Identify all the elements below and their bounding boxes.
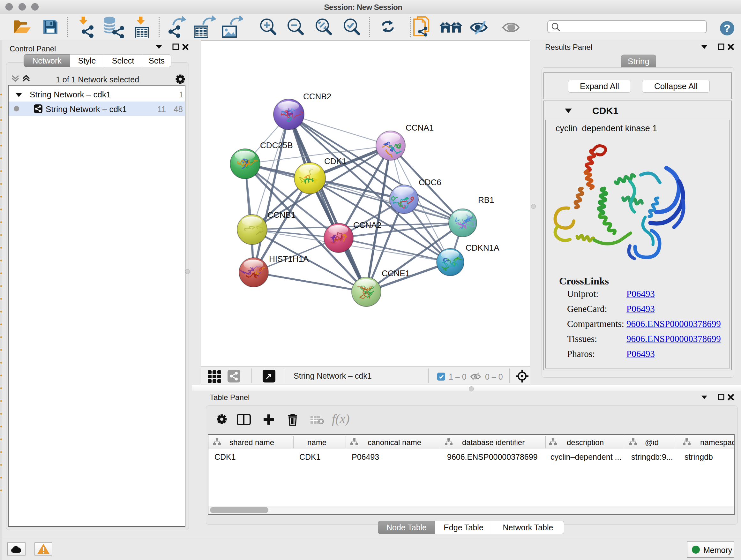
svg-text:CDC25B: CDC25B — [260, 140, 293, 150]
svg-text:CCNE1: CCNE1 — [382, 268, 410, 278]
svg-text:CCNA1: CCNA1 — [406, 123, 434, 132]
svg-text:CCNB2: CCNB2 — [303, 91, 331, 101]
svg-text:CDKN1A: CDKN1A — [466, 243, 499, 253]
svg-text:CDK1: CDK1 — [324, 157, 346, 166]
svg-text:CCNB1: CCNB1 — [267, 210, 295, 220]
svg-text:HIST1H1A: HIST1H1A — [269, 254, 309, 264]
svg-text:RB1: RB1 — [478, 195, 494, 205]
svg-text:CDC6: CDC6 — [419, 178, 441, 187]
svg-text:CCNA2: CCNA2 — [353, 220, 381, 230]
